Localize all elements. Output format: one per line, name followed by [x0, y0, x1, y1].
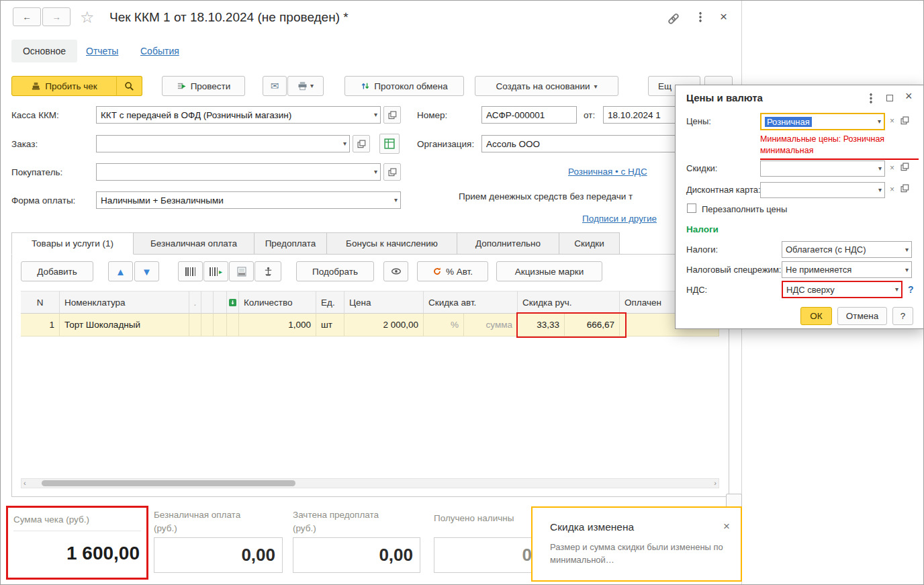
- nav-link-reports[interactable]: Отчеты: [86, 46, 118, 56]
- prices-field[interactable]: Розничная ▾: [760, 113, 885, 130]
- row-cell-nomenclature[interactable]: Торт Шоколадный: [60, 314, 189, 336]
- discounts-field[interactable]: ▾: [760, 161, 885, 177]
- dialog-close-icon[interactable]: ×: [905, 89, 913, 103]
- help-button[interactable]: ?: [892, 307, 913, 325]
- taxes-combo[interactable]: Облагается (с НДС) ▾: [782, 241, 912, 258]
- create-from-button[interactable]: Создать на основании ▾: [475, 76, 618, 96]
- column-header-qty[interactable]: Количество: [239, 291, 316, 314]
- nav-tab-main[interactable]: Основное: [11, 40, 77, 62]
- tax-regime-value: Не применяется: [786, 265, 851, 275]
- prices-clear-icon[interactable]: ×: [890, 117, 894, 125]
- post-document-icon: [177, 81, 187, 91]
- discount-card-clear-icon[interactable]: ×: [890, 185, 894, 193]
- window-close-icon[interactable]: ×: [720, 9, 727, 24]
- vat-help-link[interactable]: ?: [908, 284, 914, 295]
- column-header-nomenclature[interactable]: Номенклатура: [60, 291, 189, 314]
- exchange-protocol-button[interactable]: Протокол обмена: [344, 76, 464, 96]
- number-field[interactable]: АСФР-000001: [481, 106, 577, 124]
- arrow-down-icon: ▼: [142, 266, 152, 277]
- row-cell-discount-manual-pct[interactable]: 33,33: [518, 314, 565, 336]
- nav-link-events[interactable]: События: [140, 46, 179, 56]
- kkm-field[interactable]: ККТ с передачей в ОФД (Розничный магазин…: [96, 106, 381, 124]
- tab-bonuses[interactable]: Бонусы к начислению: [326, 232, 457, 255]
- scroll-left-icon[interactable]: ‹: [24, 479, 26, 487]
- move-down-button[interactable]: ▼: [134, 261, 159, 281]
- payment-form-field[interactable]: Наличными + Безналичными ▾: [96, 191, 401, 209]
- prices-open-icon[interactable]: [900, 116, 909, 125]
- fill-from-order-button[interactable]: [379, 134, 400, 154]
- dialog-maximize-icon[interactable]: [886, 95, 893, 101]
- dialog-more-icon[interactable]: [870, 93, 872, 104]
- column-header-flag3[interactable]: [214, 291, 227, 314]
- tab-additional[interactable]: Дополнительно: [457, 232, 559, 255]
- kkm-open-button[interactable]: [383, 106, 401, 124]
- scales-button[interactable]: [255, 261, 281, 281]
- tab-goods-services[interactable]: Товары и услуги (1): [11, 232, 134, 255]
- barcode-scan-button[interactable]: [178, 261, 203, 281]
- window-more-icon[interactable]: [699, 11, 702, 23]
- pick-items-label: Подобрать: [312, 267, 358, 277]
- customer-field[interactable]: ▾: [96, 163, 381, 181]
- vat-combo[interactable]: НДС сверху ▾: [782, 281, 903, 298]
- row-cell-n[interactable]: 1: [21, 314, 60, 336]
- horizontal-scrollbar[interactable]: ‹ ›: [21, 478, 719, 488]
- row-cell-discount-auto-sum[interactable]: сумма: [464, 314, 518, 336]
- refill-prices-checkbox[interactable]: [687, 204, 696, 213]
- column-header-n[interactable]: N: [21, 291, 60, 314]
- tax-regime-combo[interactable]: Не применяется ▾: [782, 261, 912, 278]
- move-up-button[interactable]: ▲: [108, 261, 133, 281]
- row-cell-price[interactable]: 2 000,00: [344, 314, 424, 336]
- scrollbar-thumb[interactable]: [42, 480, 295, 486]
- barcode-document-button[interactable]: [229, 261, 254, 281]
- print-button[interactable]: ▾: [287, 76, 324, 96]
- pick-items-button[interactable]: Подобрать: [296, 261, 374, 281]
- post-button[interactable]: Провести: [162, 76, 245, 96]
- order-open-button[interactable]: [353, 135, 370, 152]
- row-cell-flag1[interactable]: [189, 314, 201, 336]
- row-cell-flag2[interactable]: [201, 314, 214, 336]
- barcode-input-button[interactable]: ▸: [203, 261, 228, 281]
- kkm-value: ККТ с передачей в ОФД (Розничный магазин…: [101, 110, 291, 120]
- view-button[interactable]: [383, 261, 408, 281]
- column-header-marking[interactable]: [227, 291, 239, 314]
- tab-discounts[interactable]: Скидки: [559, 232, 620, 255]
- send-email-button[interactable]: ✉: [263, 76, 287, 96]
- discount-card-open-icon[interactable]: [900, 184, 909, 193]
- favorite-star-icon[interactable]: ☆: [80, 8, 95, 27]
- notification-close-icon[interactable]: ×: [723, 520, 730, 533]
- post-check-button[interactable]: Пробить чек: [11, 76, 117, 96]
- row-cell-marking[interactable]: [227, 314, 239, 336]
- row-cell-unit[interactable]: шт: [316, 314, 344, 336]
- notification-title: Скидка изменена: [550, 521, 634, 533]
- signatures-link[interactable]: Подписи и другие: [582, 214, 657, 224]
- column-header-flag1[interactable]: .: [189, 291, 201, 314]
- tab-cashless-payment[interactable]: Безналичная оплата: [133, 232, 255, 255]
- tab-prepayment[interactable]: Предоплата: [254, 232, 327, 255]
- forward-button[interactable]: →: [42, 7, 71, 26]
- auto-discount-button[interactable]: % Авт.: [417, 261, 488, 281]
- row-cell-flag3[interactable]: [214, 314, 227, 336]
- price-type-link[interactable]: Розничная • с НДС: [568, 167, 647, 177]
- row-cell-discount-manual-sum[interactable]: 666,67: [565, 314, 620, 336]
- discounts-open-icon[interactable]: [900, 163, 909, 171]
- column-header-discount-auto[interactable]: Скидка авт.: [424, 291, 518, 314]
- discounts-clear-icon[interactable]: ×: [890, 164, 894, 172]
- ok-button[interactable]: ОК: [800, 307, 832, 325]
- get-link-icon[interactable]: [667, 12, 680, 26]
- row-cell-discount-auto-pct[interactable]: %: [424, 314, 464, 336]
- column-header-unit[interactable]: Ед.: [316, 291, 344, 314]
- column-header-flag2[interactable]: [201, 291, 214, 314]
- organization-field[interactable]: Ассоль ООО: [481, 135, 699, 152]
- column-header-price[interactable]: Цена: [344, 291, 424, 314]
- row-cell-qty[interactable]: 1,000: [239, 314, 316, 336]
- discount-card-field[interactable]: ▾: [760, 182, 885, 198]
- back-button[interactable]: ←: [13, 7, 41, 26]
- order-field[interactable]: ▾: [96, 135, 350, 152]
- customer-open-button[interactable]: [383, 163, 401, 181]
- post-check-preview-button[interactable]: [116, 76, 142, 96]
- add-row-button[interactable]: Добавить: [21, 261, 93, 281]
- scroll-right-icon[interactable]: ›: [714, 479, 717, 487]
- cancel-button[interactable]: Отмена: [837, 307, 887, 325]
- column-header-discount-manual[interactable]: Скидка руч.: [518, 291, 620, 314]
- excise-marks-button[interactable]: Акцизные марки: [496, 261, 602, 281]
